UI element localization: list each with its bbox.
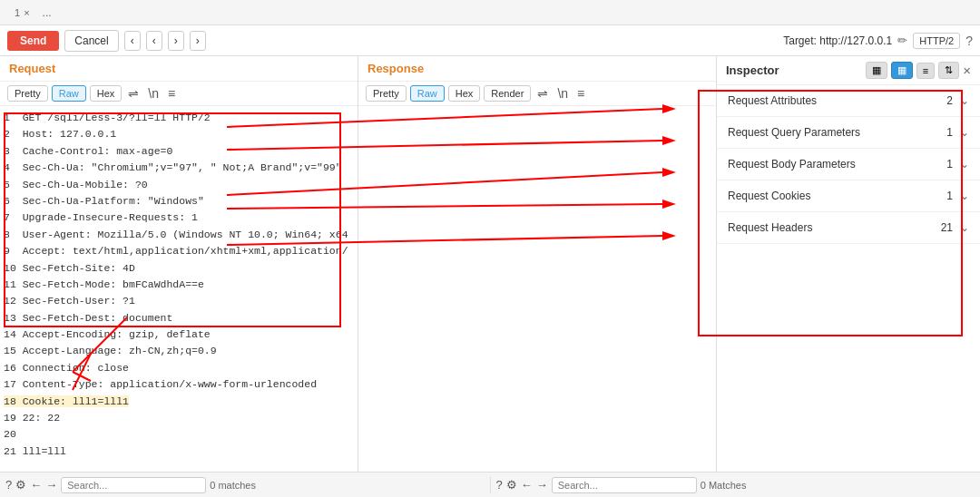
left-search-input[interactable] — [61, 477, 206, 493]
http-version-badge[interactable]: HTTP/2 — [913, 33, 960, 49]
inspector-row-right: 21 ⌄ — [941, 221, 969, 234]
left-prev-match-btn[interactable]: ← — [30, 478, 42, 492]
inspector-row-count: 1 — [946, 158, 953, 171]
inspector-pane: Inspector ▦ ▦ ≡ ⇅ × Request Attributes 2… — [717, 56, 980, 472]
inspector-row-label: Request Headers — [728, 221, 812, 234]
main-toolbar: Send Cancel ‹ ‹ › › Target: http://127.0… — [0, 25, 980, 56]
inspector-row-label: Request Attributes — [728, 94, 817, 107]
target-text: Target: http://127.0.0.1 — [783, 34, 892, 47]
inspector-row-label: Request Cookies — [728, 190, 810, 202]
inspector-header: Inspector ▦ ▦ ≡ ⇅ × — [717, 56, 980, 85]
send-button[interactable]: Send — [7, 31, 59, 51]
inspector-row[interactable]: Request Cookies 1 ⌄ — [717, 180, 980, 212]
chevron-down-icon: ⌄ — [960, 190, 969, 202]
chevron-down-icon: ⌄ — [960, 158, 969, 171]
inspector-toolbar: ▦ ▦ ≡ ⇅ × — [866, 62, 971, 79]
inspector-row-count: 2 — [946, 94, 953, 107]
cancel-button[interactable]: Cancel — [64, 30, 118, 52]
request-toolbar: Pretty Raw Hex ⇌ \n ≡ — [0, 82, 358, 106]
response-hex-btn[interactable]: Hex — [448, 85, 481, 102]
inspector-row[interactable]: Request Headers 21 ⌄ — [717, 212, 980, 244]
nav-back2-button[interactable]: ‹ — [146, 31, 162, 51]
inspector-row-count: 21 — [941, 221, 953, 234]
response-raw-btn[interactable]: Raw — [410, 85, 445, 102]
response-toolbar: Pretty Raw Hex Render ⇌ \n ≡ — [358, 82, 716, 106]
tab-ellipsis[interactable]: ... — [43, 6, 52, 19]
left-help-icon[interactable]: ? — [5, 478, 12, 492]
inspector-col2-btn[interactable]: ▦ — [891, 62, 913, 79]
right-help-icon[interactable]: ? — [496, 478, 503, 492]
left-next-match-btn[interactable]: → — [45, 478, 57, 492]
nav-forward-button[interactable]: › — [168, 31, 184, 51]
inspector-row-count: 1 — [946, 126, 953, 139]
tab-bar: 1 × ... — [0, 0, 980, 25]
response-title: Response — [368, 62, 424, 75]
right-next-match-btn[interactable]: → — [536, 478, 548, 492]
inspector-row-right: 1 ⌄ — [946, 190, 969, 202]
chevron-down-icon: ⌄ — [960, 94, 969, 107]
inspector-row[interactable]: Request Body Parameters 1 ⌄ — [717, 149, 980, 180]
inspector-list-btn[interactable]: ≡ — [916, 63, 935, 79]
right-search-section: ? ⚙ ← → 0 Matches — [491, 477, 981, 493]
tab-1[interactable]: 1 × — [7, 7, 37, 18]
inspector-row[interactable]: Request Attributes 2 ⌄ — [717, 85, 980, 117]
response-content[interactable] — [358, 106, 716, 472]
inspector-row-count: 1 — [946, 190, 953, 202]
request-newline-icon[interactable]: \n — [145, 85, 162, 102]
request-content[interactable]: 1 GET /sqli/Less-3/?ll=ll HTTP/2 2 Host:… — [0, 106, 358, 472]
inspector-close-button[interactable]: × — [963, 63, 971, 78]
chevron-down-icon: ⌄ — [960, 126, 969, 139]
target-section: Target: http://127.0.0.1 ✏ HTTP/2 ? — [783, 33, 973, 49]
help-icon[interactable]: ? — [965, 34, 973, 48]
right-matches-label: 0 Matches — [701, 480, 747, 491]
request-pretty-btn[interactable]: Pretty — [7, 85, 48, 102]
request-menu-icon[interactable]: ≡ — [165, 85, 178, 102]
request-title: Request — [9, 62, 55, 75]
response-menu-icon[interactable]: ≡ — [574, 85, 587, 102]
request-pane-header: Request — [0, 56, 358, 82]
inspector-row-label: Request Query Parameters — [728, 126, 860, 139]
request-raw-btn[interactable]: Raw — [52, 85, 86, 102]
request-pane: Request Pretty Raw Hex ⇌ \n ≡ 1 GET /sql… — [0, 56, 358, 472]
tab-close[interactable]: × — [24, 7, 29, 18]
main-area: Request Pretty Raw Hex ⇌ \n ≡ 1 GET /sql… — [0, 56, 980, 472]
response-newline-icon[interactable]: \n — [554, 85, 571, 102]
right-search-input[interactable] — [552, 477, 697, 493]
chevron-down-icon: ⌄ — [960, 221, 969, 234]
response-pane: Response Pretty Raw Hex Render ⇌ \n ≡ — [358, 56, 717, 472]
inspector-col1-btn[interactable]: ▦ — [866, 62, 887, 79]
right-prev-match-btn[interactable]: ← — [521, 478, 533, 492]
inspector-rows: Request Attributes 2 ⌄ Request Query Par… — [717, 85, 980, 244]
left-settings-icon[interactable]: ⚙ — [15, 478, 26, 492]
response-pretty-btn[interactable]: Pretty — [366, 85, 407, 102]
nav-back-button[interactable]: ‹ — [124, 31, 141, 51]
response-pane-header: Response — [358, 56, 716, 82]
left-search-section: ? ⚙ ← → 0 matches — [0, 477, 491, 493]
inspector-row-right: 1 ⌄ — [946, 126, 969, 139]
inspector-row-label: Request Body Parameters — [728, 158, 856, 171]
inspector-row[interactable]: Request Query Parameters 1 ⌄ — [717, 117, 980, 149]
left-matches-label: 0 matches — [210, 480, 256, 491]
inspector-row-right: 1 ⌄ — [946, 158, 969, 171]
response-render-btn[interactable]: Render — [484, 85, 531, 102]
inspector-title: Inspector — [726, 63, 779, 77]
right-settings-icon[interactable]: ⚙ — [506, 478, 517, 492]
request-hex-btn[interactable]: Hex — [90, 85, 122, 102]
bottom-bar: ? ⚙ ← → 0 matches ? ⚙ ← → 0 Matches — [0, 472, 980, 497]
response-wrap-icon[interactable]: ⇌ — [534, 85, 551, 102]
inspector-row-right: 2 ⌄ — [946, 94, 969, 107]
inspector-sort-btn[interactable]: ⇅ — [938, 62, 959, 79]
request-wrap-icon[interactable]: ⇌ — [125, 85, 142, 102]
edit-icon[interactable]: ✏ — [897, 34, 907, 47]
nav-forward2-button[interactable]: › — [190, 31, 206, 51]
tab-number: 1 — [15, 7, 20, 18]
